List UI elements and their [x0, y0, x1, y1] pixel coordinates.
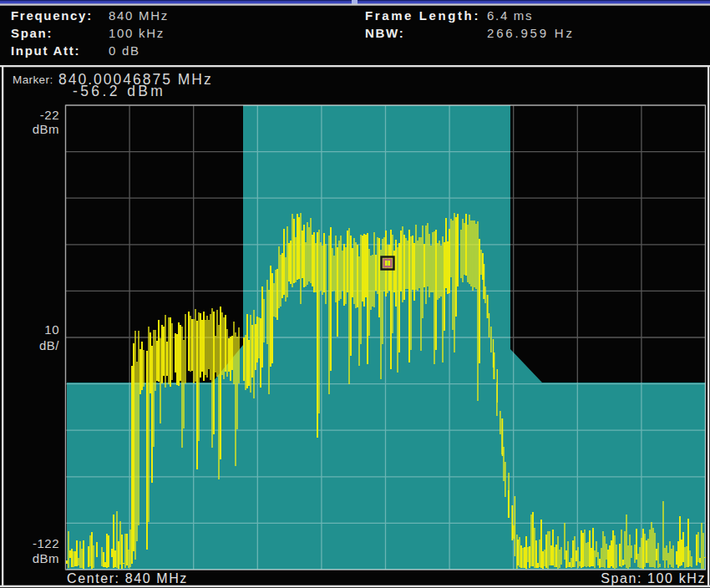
- svg-text:NBW:: NBW:: [365, 26, 404, 40]
- svg-text:10: 10: [44, 322, 59, 337]
- svg-text:Frame Length:: Frame Length:: [365, 8, 480, 23]
- svg-text:840 MHz: 840 MHz: [109, 8, 169, 23]
- svg-text:Span:: Span:: [11, 26, 53, 40]
- svg-text:dBm: dBm: [33, 122, 59, 136]
- svg-text:Center: 840 MHz: Center: 840 MHz: [67, 571, 188, 585]
- svg-text:Marker:: Marker:: [13, 74, 53, 86]
- svg-text:dBm: dBm: [33, 551, 59, 565]
- svg-text:0 dB: 0 dB: [109, 43, 140, 58]
- svg-text:-22: -22: [40, 108, 59, 122]
- svg-text:dB/: dB/: [39, 338, 59, 352]
- svg-text:Frequency:: Frequency:: [11, 8, 93, 23]
- svg-text:6.4 ms: 6.4 ms: [487, 8, 533, 23]
- svg-text:100 kHz: 100 kHz: [109, 26, 165, 40]
- svg-text:266.959 Hz: 266.959 Hz: [487, 26, 575, 40]
- svg-text:-56.2 dBm: -56.2 dBm: [73, 83, 165, 99]
- svg-text:Span: 100 kHz: Span: 100 kHz: [601, 571, 706, 585]
- svg-text:-122: -122: [33, 536, 59, 550]
- svg-text:Input Att:: Input Att:: [11, 43, 80, 58]
